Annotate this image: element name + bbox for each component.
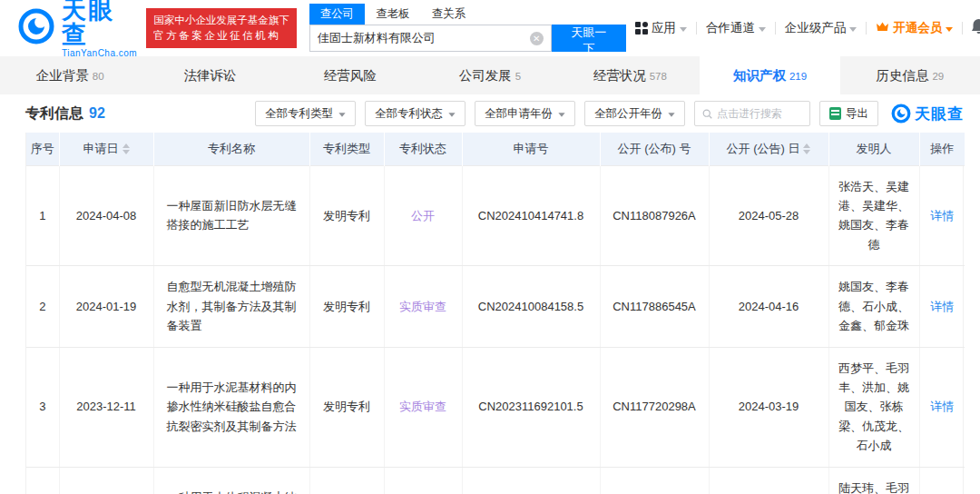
filter-dropdown-1[interactable]: 全部专利状态 bbox=[365, 101, 466, 126]
export-button[interactable]: 导出 bbox=[819, 101, 878, 126]
cell-app_no: CN202311636972.5 bbox=[462, 467, 600, 494]
search-row: ✕ 天眼一下 bbox=[309, 25, 626, 52]
cell-pub_date: 2024-05-28 bbox=[709, 165, 828, 266]
search-tabs: 查公司查老板查关系 bbox=[309, 5, 626, 25]
menu-enterprise[interactable]: 企业级产品 bbox=[776, 20, 867, 36]
cell-type: 发明专利 bbox=[309, 266, 384, 347]
detail-link[interactable]: 详情 bbox=[930, 400, 954, 413]
nav-tab-count: 80 bbox=[93, 71, 104, 82]
cell-apply_date: 2024-01-19 bbox=[59, 266, 153, 347]
sort-icon bbox=[803, 143, 810, 154]
nav-tab-label: 公司发展 bbox=[459, 67, 512, 84]
cell-action: 详情 bbox=[919, 266, 965, 347]
cell-pub_no: CN118087926A bbox=[600, 165, 709, 266]
nav-tab-count: 5 bbox=[515, 71, 521, 82]
top-right-menu: 应用 合作通道 企业级产品 开通会员 bbox=[626, 14, 980, 44]
section-title: 专利信息 bbox=[25, 104, 83, 124]
filter-dropdown-2[interactable]: 全部申请年份 bbox=[475, 101, 575, 126]
nav-tab-label: 历史信息 bbox=[876, 67, 928, 84]
tianyancha-logo-icon bbox=[18, 8, 54, 48]
table-row: 32023-12-11一种用于水泥基材料的内掺水性纳米硅酸盐自愈合抗裂密实剂及其… bbox=[26, 347, 965, 467]
table-search-input[interactable] bbox=[717, 107, 802, 120]
nav-tab-label: 知识产权 bbox=[733, 67, 786, 84]
cell-status: 实质审查 bbox=[384, 347, 462, 467]
search-icon bbox=[702, 108, 712, 120]
cell-pub_date: 2024-03-08 bbox=[709, 467, 828, 494]
filter-dropdown-0[interactable]: 全部专利类型 bbox=[255, 101, 356, 126]
search-box: ✕ bbox=[309, 25, 552, 52]
cell-seq: 1 bbox=[26, 165, 59, 266]
patent-table-wrap: 序号申请日专利名称专利类型专利状态申请号公开 (公布) 号公开 (公告) 日发明… bbox=[25, 133, 964, 494]
filter-label: 全部申请年份 bbox=[485, 106, 553, 122]
clear-search-icon[interactable]: ✕ bbox=[530, 32, 544, 45]
cell-type: 发明专利 bbox=[309, 165, 384, 266]
search-tab-2[interactable]: 查关系 bbox=[421, 4, 477, 25]
filter-label: 全部公开年份 bbox=[594, 106, 662, 122]
table-body: 12024-04-08一种屋面新旧防水层无缝搭接的施工工艺发明专利公开CN202… bbox=[26, 165, 965, 494]
column-header-1[interactable]: 申请日 bbox=[59, 133, 153, 165]
cell-status: 公开 bbox=[384, 165, 462, 266]
cell-seq: 2 bbox=[26, 266, 59, 347]
column-header-5: 申请号 bbox=[462, 133, 600, 165]
cell-title: 自愈型无机混凝土增殖防水剂，其制备方法及其制备装置 bbox=[153, 266, 309, 347]
menu-vip-label: 开通会员 bbox=[893, 20, 942, 36]
patent-toolbar: 专利信息 92 全部专利类型全部专利状态全部申请年份全部公开年份 导出 bbox=[0, 94, 980, 133]
cell-pub_no: CN117886545A bbox=[600, 266, 709, 347]
cell-title: 一种用于水泥基材料的内掺水性纳米硅酸盐自愈合抗裂密实剂及其制备方法 bbox=[153, 347, 309, 467]
cell-type: 发明专利 bbox=[309, 467, 384, 494]
toolbar-controls: 全部专利类型全部专利状态全部申请年份全部公开年份 导出 天眼查 bbox=[255, 101, 964, 126]
cell-action: 详情 bbox=[919, 165, 965, 266]
table-search-box bbox=[694, 101, 810, 126]
column-header-label: 专利名称 bbox=[208, 142, 255, 155]
column-header-7[interactable]: 公开 (公告) 日 bbox=[709, 133, 828, 165]
nav-tab-1[interactable]: 法律诉讼 bbox=[140, 56, 279, 94]
nav-tab-3[interactable]: 公司发展5 bbox=[420, 56, 560, 94]
search-tab-0[interactable]: 查公司 bbox=[309, 4, 366, 25]
column-header-label: 申请日 bbox=[83, 142, 119, 155]
cell-title: 一种屋面新旧防水层无缝搭接的施工工艺 bbox=[153, 165, 309, 266]
nav-tab-5[interactable]: 知识产权219 bbox=[700, 56, 839, 94]
company-search-input[interactable] bbox=[318, 32, 530, 45]
crown-icon bbox=[876, 21, 889, 35]
logo-title: 天眼查 bbox=[62, 0, 137, 47]
excel-export-icon bbox=[829, 107, 841, 120]
search-button[interactable]: 天眼一下 bbox=[552, 25, 626, 52]
chevron-down-icon bbox=[680, 27, 687, 32]
column-header-2: 专利名称 bbox=[153, 133, 309, 165]
notification-bell-icon[interactable] bbox=[963, 17, 980, 39]
column-header-0: 序号 bbox=[26, 133, 59, 165]
nav-tab-count: 578 bbox=[650, 71, 667, 82]
table-row: 42023-12-01一种用于大体积混凝土结构自防水的自密实抑温抗裂型自愈合材料… bbox=[26, 467, 965, 494]
tianyancha-logo[interactable]: 天眼查 TianYanCha.com bbox=[18, 0, 137, 58]
gov-certification-badge: 国家中小企业发展子基金旗下 官方备案企业征信机构 bbox=[146, 8, 297, 47]
column-header-label: 专利状态 bbox=[399, 142, 446, 155]
menu-cooperation[interactable]: 合作通道 bbox=[697, 20, 775, 36]
cell-inventors: 姚国友、李春德、石小成、金鑫、郁金珠 bbox=[828, 266, 919, 347]
chevron-down-icon bbox=[759, 27, 766, 32]
sort-icon bbox=[122, 143, 130, 154]
column-header-label: 公开 (公告) 日 bbox=[727, 142, 800, 155]
top-header: 天眼查 TianYanCha.com 国家中小企业发展子基金旗下 官方备案企业征… bbox=[0, 0, 980, 56]
filter-buttons: 全部专利类型全部专利状态全部申请年份全部公开年份 bbox=[255, 101, 685, 126]
section-nav: 企业背景80法律诉讼经营风险公司发展5经营状况578知识产权219历史信息29 bbox=[0, 56, 980, 94]
chevron-down-icon bbox=[558, 113, 564, 117]
search-tab-1[interactable]: 查老板 bbox=[365, 4, 421, 25]
nav-tab-label: 经营风险 bbox=[324, 67, 377, 84]
detail-link[interactable]: 详情 bbox=[930, 209, 954, 222]
tianyancha-patent-page: 天眼查 TianYanCha.com 国家中小企业发展子基金旗下 官方备案企业征… bbox=[0, 0, 980, 494]
nav-tab-2[interactable]: 经营风险 bbox=[280, 56, 420, 94]
menu-apps[interactable]: 应用 bbox=[626, 20, 696, 36]
nav-tab-4[interactable]: 经营状况578 bbox=[560, 56, 700, 94]
nav-tab-0[interactable]: 企业背景80 bbox=[0, 56, 140, 94]
cell-apply_date: 2023-12-11 bbox=[59, 347, 153, 467]
cell-app_no: CN202410084158.5 bbox=[462, 266, 600, 347]
filter-label: 全部专利状态 bbox=[375, 106, 443, 122]
detail-link[interactable]: 详情 bbox=[930, 300, 954, 313]
menu-vip[interactable]: 开通会员 bbox=[867, 20, 962, 36]
gov-badge-line1: 国家中小企业发展子基金旗下 bbox=[153, 13, 289, 28]
cell-action: 详情 bbox=[919, 347, 965, 467]
filter-dropdown-3[interactable]: 全部公开年份 bbox=[584, 101, 685, 126]
cell-seq: 3 bbox=[26, 347, 59, 467]
nav-tab-6[interactable]: 历史信息29 bbox=[840, 56, 980, 94]
column-header-label: 发明人 bbox=[857, 142, 892, 155]
